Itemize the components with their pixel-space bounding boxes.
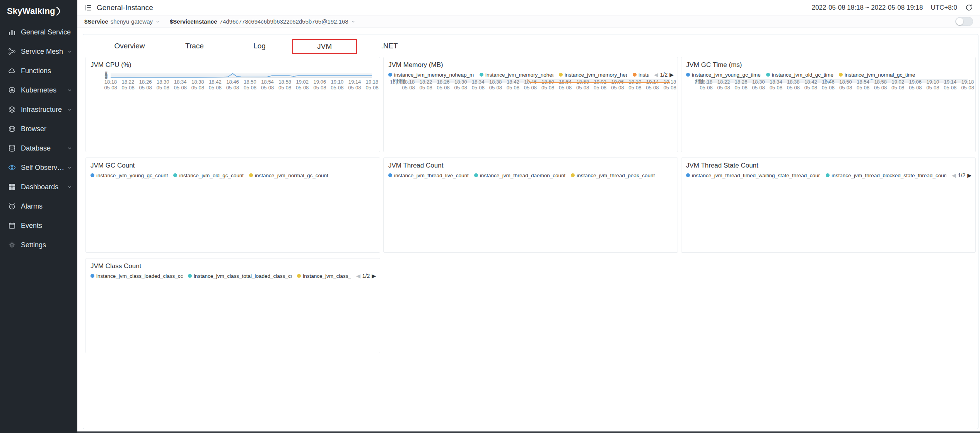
- collapse-menu-icon[interactable]: [84, 4, 92, 11]
- legend-dot: [571, 173, 575, 177]
- legend-item[interactable]: instance_jvm_young_gc_count: [90, 173, 168, 178]
- page-bottom-edge: [77, 431, 980, 433]
- dashboard-icon: [8, 183, 16, 191]
- tab-overview[interactable]: Overview: [97, 39, 162, 54]
- chevron-down-icon: [351, 19, 355, 24]
- legend-item[interactable]: instance_jvm_class_to: [297, 273, 351, 279]
- pagination-prev-icon[interactable]: ◀: [356, 273, 360, 279]
- tab-trace[interactable]: Trace: [162, 39, 227, 54]
- sidebar-item-service-mesh[interactable]: Service Mesh: [0, 42, 77, 61]
- pagination-page: 1/2: [660, 72, 668, 78]
- sidebar-item-self-observability[interactable]: Self Observability: [0, 158, 77, 177]
- legend-item[interactable]: instance_jvm_memory_noheap: [480, 72, 553, 78]
- chart-canvas[interactable]: 0123456718:1805-0818:2205-0818:2605-0818…: [86, 70, 380, 95]
- legend-item[interactable]: instance_jvm_normal_gc_time: [839, 72, 915, 78]
- legend-item[interactable]: instance_jvm_normal_gc_count: [249, 173, 328, 178]
- svg-text:05-08: 05-08: [313, 85, 326, 91]
- svg-text:19:18: 19:18: [366, 79, 379, 85]
- sidebar-item-alarms[interactable]: Alarms: [0, 197, 77, 216]
- svg-text:05-08: 05-08: [121, 85, 134, 91]
- instance-select[interactable]: 74d96c778c694c6b9b6322c62d55b765@192.168: [220, 18, 355, 25]
- sidebar-item-events[interactable]: Events: [0, 216, 77, 235]
- svg-text:18:58: 18:58: [576, 79, 589, 85]
- svg-text:05-08: 05-08: [348, 85, 361, 91]
- legend-dot: [633, 73, 637, 77]
- svg-text:19:06: 19:06: [611, 79, 624, 85]
- legend-item[interactable]: instance_jvm_thread_peak_count: [571, 173, 655, 178]
- page-title: General-Instance: [97, 3, 153, 12]
- legend-item[interactable]: instance_jvm_thread_live_count: [388, 173, 469, 178]
- legend-item[interactable]: instance_jvm_thread_blocked_state_thread…: [826, 173, 946, 178]
- pagination-next-icon[interactable]: ▶: [372, 273, 376, 279]
- db-icon: [8, 144, 16, 152]
- chart-icon: [8, 28, 16, 36]
- chevron-down-icon: [67, 49, 72, 54]
- sidebar-item-database[interactable]: Database: [0, 139, 77, 158]
- pagination-prev-icon[interactable]: ◀: [654, 72, 658, 78]
- sidebar: SkyWalking General ServiceService MeshFu…: [0, 0, 77, 433]
- chart-canvas[interactable]: 05010015020025018:1805-0818:2205-0818:26…: [384, 180, 678, 187]
- globe-icon: [8, 125, 16, 133]
- timezone[interactable]: UTC+8:0: [931, 4, 958, 12]
- svg-text:05-08: 05-08: [524, 85, 537, 91]
- svg-text:18:38: 18:38: [489, 79, 502, 85]
- legend-item[interactable]: instance_jvm_old_gc_count: [173, 173, 244, 178]
- pagination-next-icon[interactable]: ▶: [669, 72, 674, 78]
- sidebar-item-settings[interactable]: Settings: [0, 235, 77, 255]
- chart-canvas[interactable]: 05,00010,00015,00020,00025,00018:1805-08…: [86, 280, 380, 287]
- legend-label: instance_jvm_class_loaded_class_count: [96, 273, 183, 279]
- sidebar-item-general-service[interactable]: General Service: [0, 22, 77, 42]
- svg-text:05-08: 05-08: [559, 85, 572, 91]
- sidebar-item-label: General Service: [21, 28, 71, 36]
- service-variable-label: $Service: [84, 18, 108, 25]
- alarm-icon: [8, 202, 16, 211]
- sidebar-item-dashboards[interactable]: Dashboards: [0, 177, 77, 197]
- auto-refresh-toggle[interactable]: [955, 17, 973, 26]
- time-range[interactable]: 2022-05-08 18:18 ~ 2022-05-08 19:18: [812, 4, 923, 12]
- legend-item[interactable]: instance_jvm_young_gc_time: [686, 72, 761, 78]
- svg-text:05-08: 05-08: [174, 85, 187, 91]
- tab-jvm[interactable]: JVM: [292, 39, 357, 54]
- svg-text:18:18: 18:18: [402, 79, 415, 85]
- legend-item[interactable]: instance_jvm_class_total_loaded_class_co…: [188, 273, 292, 279]
- svg-text:05-08: 05-08: [437, 85, 450, 91]
- chart-canvas[interactable]: 05010015020025018:1805-0818:2205-0818:26…: [681, 180, 975, 187]
- svg-text:18:54: 18:54: [857, 79, 869, 85]
- svg-text:05-08: 05-08: [839, 85, 852, 91]
- pagination-prev-icon[interactable]: ◀: [952, 172, 956, 178]
- legend-dot: [388, 73, 392, 77]
- tab-log[interactable]: Log: [227, 39, 292, 54]
- k8s-icon: [8, 86, 16, 94]
- svg-text:18:34: 18:34: [174, 79, 187, 85]
- svg-text:05-08: 05-08: [541, 85, 554, 91]
- legend-item[interactable]: instance_jvm_memory_heap: [559, 72, 627, 78]
- sidebar-item-kubernetes[interactable]: Kubernetes: [0, 80, 77, 100]
- refresh-icon[interactable]: [965, 3, 973, 12]
- chart-canvas[interactable]: 05010015020025018:1805-0818:2205-0818:26…: [681, 79, 975, 95]
- svg-text:05-08: 05-08: [576, 85, 589, 91]
- legend-dot: [188, 274, 192, 278]
- service-select[interactable]: shenyu-gateway: [111, 18, 160, 25]
- legend-label: instance_jvm_thread_daemon_count: [480, 173, 565, 178]
- legend-item[interactable]: instance_jvm_old_gc_time: [766, 72, 833, 78]
- legend-item[interactable]: instance_jvm_thread_daemon_count: [474, 173, 565, 178]
- skywalking-logo[interactable]: SkyWalking: [0, 0, 77, 22]
- chart-canvas[interactable]: 051015202518:1805-0818:2205-0818:2605-08…: [86, 180, 380, 187]
- legend-item[interactable]: instance_jvm_memory_noheap_max: [388, 72, 474, 78]
- sidebar-item-infrastructure[interactable]: Infrastructure: [0, 100, 77, 119]
- svg-text:05-08: 05-08: [209, 85, 222, 91]
- tab-net[interactable]: .NET: [357, 39, 422, 54]
- legend-item[interactable]: instance_jvm_thread_timed_waiting_state_…: [686, 173, 820, 178]
- chart-card-jvm-thread-count: JVM Thread Countinstance_jvm_thread_live…: [383, 157, 678, 253]
- legend-dot: [480, 73, 483, 77]
- chart-canvas[interactable]: 03,0006,0009,00012,00015,00018:1805-0818…: [384, 79, 678, 95]
- pagination-next-icon[interactable]: ▶: [967, 172, 971, 178]
- legend-dot: [90, 274, 94, 278]
- svg-text:19:18: 19:18: [961, 79, 974, 85]
- legend-label: instance_jvm_normal_gc_count: [255, 173, 328, 178]
- legend-item[interactable]: instance_jvm_class_loaded_class_count: [90, 273, 183, 279]
- legend-item[interactable]: insta: [633, 72, 649, 78]
- sidebar-item-browser[interactable]: Browser: [0, 119, 77, 139]
- sidebar-item-functions[interactable]: Functions: [0, 61, 77, 80]
- svg-text:18:38: 18:38: [191, 79, 204, 85]
